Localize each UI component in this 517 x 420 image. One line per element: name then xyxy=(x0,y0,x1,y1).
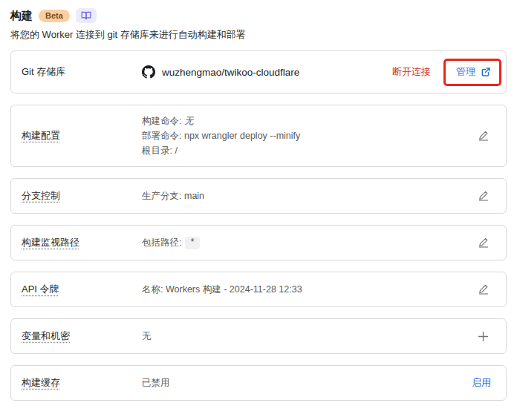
repo-info: wuzhengmao/twikoo-cloudflare xyxy=(142,65,299,79)
github-icon xyxy=(142,65,155,79)
watch-paths-value: 包括路径: * xyxy=(142,235,200,250)
manage-button[interactable]: 管理 xyxy=(456,65,491,79)
book-icon xyxy=(81,10,91,21)
enable-build-cache-button[interactable]: 启用 xyxy=(472,376,491,390)
card-variables-and-secrets: 变量和机密 无 xyxy=(10,318,507,354)
edit-api-token-button[interactable] xyxy=(476,282,491,297)
token-name-value: Workers 构建 - 2024-11-28 12:33 xyxy=(166,282,302,297)
api-token-value: 名称: Workers 构建 - 2024-11-28 12:33 xyxy=(142,282,302,297)
build-configuration-values: 构建命令: 无 部署命令: npx wrangler deploy --mini… xyxy=(142,114,300,158)
disconnect-button[interactable]: 断开连接 xyxy=(392,65,431,79)
root-directory-row: 根目录: / xyxy=(142,143,300,158)
manage-link-wrap: 管理 xyxy=(456,65,491,79)
include-path-chip: * xyxy=(185,237,199,249)
card-api-token: API 令牌 名称: Workers 构建 - 2024-11-28 12:33 xyxy=(10,272,507,307)
card-label-build-watch-paths: 构建监视路径 xyxy=(22,236,142,249)
page-description: 将您的 Worker 连接到 git 存储库来进行自动构建和部署 xyxy=(10,28,507,41)
production-branch-value: main xyxy=(184,188,204,203)
edit-branch-control-button[interactable] xyxy=(476,188,491,203)
card-label-build-cache: 构建缓存 xyxy=(22,376,142,390)
edit-watch-paths-button[interactable] xyxy=(476,235,491,250)
branch-control-value: 生产分支: main xyxy=(142,188,204,203)
root-directory-value: / xyxy=(175,145,177,156)
build-command-value: 无 xyxy=(184,116,194,126)
card-label-branch-control: 分支控制 xyxy=(22,189,142,203)
card-label-api-token: API 令牌 xyxy=(22,283,142,296)
card-git-repository: Git 存储库 wuzhengmao/twikoo-cloudflare 断开连… xyxy=(10,50,507,93)
card-branch-control: 分支控制 生产分支: main xyxy=(10,178,507,214)
card-build-cache: 构建缓存 已禁用 启用 xyxy=(10,365,507,401)
plus-icon xyxy=(477,330,490,343)
variables-and-secrets-value: 无 xyxy=(142,329,152,344)
page-title: 构建 xyxy=(10,9,33,23)
card-label-build-configuration: 构建配置 xyxy=(22,129,142,142)
repo-name: wuzhengmao/twikoo-cloudflare xyxy=(162,67,299,78)
build-settings-page: 构建 Beta 将您的 Worker 连接到 git 存储库来进行自动构建和部署… xyxy=(0,0,517,401)
add-variable-button[interactable] xyxy=(475,329,491,344)
deploy-command-row: 部署命令: npx wrangler deploy --minify xyxy=(142,128,300,143)
deploy-command-value: npx wrangler deploy --minify xyxy=(184,131,300,141)
card-build-watch-paths: 构建监视路径 包括路径: * xyxy=(10,225,507,260)
pencil-icon xyxy=(478,283,490,295)
card-label-variables-and-secrets: 变量和机密 xyxy=(22,329,142,343)
beta-badge: Beta xyxy=(39,10,70,22)
card-build-configuration: 构建配置 构建命令: 无 部署命令: npx wrangler deploy -… xyxy=(10,105,507,167)
page-header: 构建 Beta xyxy=(10,7,507,24)
settings-cards: Git 存储库 wuzhengmao/twikoo-cloudflare 断开连… xyxy=(10,50,507,401)
external-link-icon xyxy=(481,67,491,77)
repo-actions: 断开连接 管理 xyxy=(392,65,491,79)
edit-build-configuration-button[interactable] xyxy=(476,128,491,143)
build-command-row: 构建命令: 无 xyxy=(142,114,300,128)
pencil-icon xyxy=(478,190,490,202)
pencil-icon xyxy=(478,130,490,142)
docs-badge[interactable] xyxy=(76,8,97,23)
card-label-git-repository: Git 存储库 xyxy=(22,65,142,79)
build-cache-status: 已禁用 xyxy=(142,375,170,390)
pencil-icon xyxy=(478,237,490,249)
